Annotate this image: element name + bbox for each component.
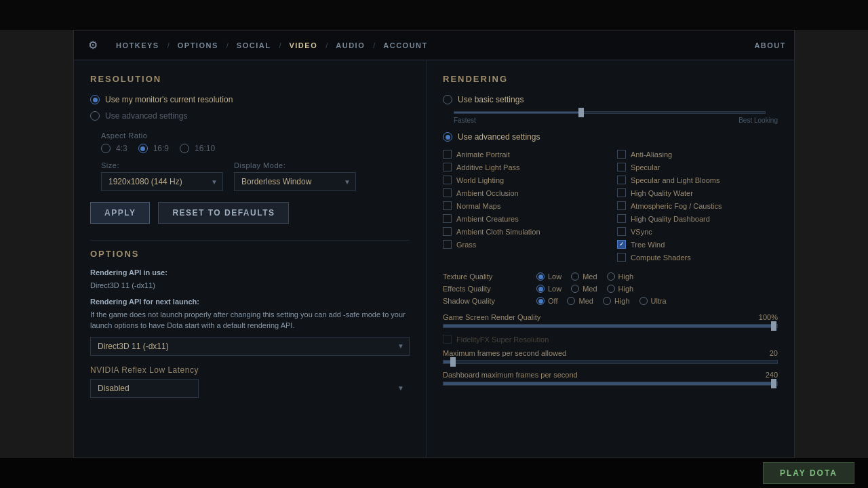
texture-med[interactable]: Med	[571, 272, 597, 281]
cb-vsync-box[interactable]	[617, 227, 626, 236]
cb-normal-maps[interactable]: Normal Maps	[443, 201, 604, 210]
cb-hq-dashboard-box[interactable]	[617, 214, 626, 223]
aspect-1610-radio[interactable]	[180, 144, 189, 153]
texture-high-radio[interactable]	[607, 272, 615, 281]
basic-slider-track[interactable]	[454, 111, 766, 114]
nav-about[interactable]: ABOUT	[754, 41, 786, 49]
dashboard-fps-slider-fill	[443, 382, 774, 385]
size-select[interactable]: 1920x1080 (144 Hz)	[101, 172, 223, 191]
slider-fastest-label: Fastest	[454, 117, 476, 124]
aspect-43[interactable]: 4:3	[101, 144, 127, 153]
game-screen-label: Game Screen Render Quality	[443, 313, 540, 321]
nvidia-select[interactable]: Disabled	[90, 379, 199, 398]
cb-additive-light[interactable]: Additive Light Pass	[443, 163, 604, 171]
effects-quality-options: Low Med High	[536, 285, 633, 293]
shadow-off-radio[interactable]	[536, 297, 545, 305]
cb-compute-shaders-box[interactable]	[617, 253, 626, 262]
dashboard-fps-slider-bar[interactable]	[443, 382, 778, 386]
cb-specular-blooms[interactable]: Specular and Light Blooms	[617, 176, 778, 184]
cb-ambient-creatures-box[interactable]	[443, 214, 452, 223]
apply-button[interactable]: APPLY	[90, 202, 150, 224]
nav-item-social[interactable]: SOCIAL	[230, 30, 278, 60]
cb-vsync-label: VSync	[631, 228, 652, 236]
cb-cloth-sim-box[interactable]	[443, 227, 452, 236]
effects-low-radio[interactable]	[536, 285, 545, 293]
texture-low[interactable]: Low	[536, 272, 561, 281]
cb-cloth-sim[interactable]: Ambient Cloth Simulation	[443, 227, 604, 236]
resolution-radio2[interactable]	[90, 111, 100, 121]
cb-additive-light-label: Additive Light Pass	[456, 163, 520, 171]
nav-item-video[interactable]: VIDEO	[282, 30, 324, 60]
cb-specular[interactable]: Specular	[617, 163, 778, 171]
cb-vsync[interactable]: VSync	[617, 227, 778, 236]
cb-specular-blooms-box[interactable]	[617, 176, 626, 184]
gear-icon[interactable]: ⚙	[82, 35, 104, 56]
rendering-basic-option[interactable]: Use basic settings	[443, 95, 778, 104]
effects-low[interactable]: Low	[536, 285, 561, 293]
cb-fidelity[interactable]: FidelityFX Super Resolution	[443, 335, 778, 344]
shadow-med[interactable]: Med	[567, 297, 593, 305]
cb-normal-maps-box[interactable]	[443, 201, 452, 210]
cb-hq-dashboard[interactable]: High Quality Dashboard	[617, 214, 778, 223]
shadow-med-radio[interactable]	[567, 297, 575, 305]
shadow-high[interactable]: High	[603, 297, 630, 305]
cb-fidelity-box[interactable]	[443, 335, 452, 344]
max-fps-slider-bar[interactable]	[443, 360, 778, 364]
cb-hq-water[interactable]: High Quality Water	[617, 188, 778, 197]
rendering-advanced-option[interactable]: Use advanced settings	[443, 132, 778, 142]
texture-med-radio[interactable]	[571, 272, 579, 281]
cb-grass[interactable]: Grass	[443, 240, 604, 249]
texture-low-radio[interactable]	[536, 272, 545, 281]
display-mode-select[interactable]: Borderless Window	[234, 172, 356, 191]
cb-anti-aliasing[interactable]: Anti-Aliasing	[617, 150, 778, 159]
shadow-ultra-radio[interactable]	[639, 297, 648, 305]
resolution-option2[interactable]: Use advanced settings	[90, 111, 410, 121]
cb-atm-fog-box[interactable]	[617, 201, 626, 210]
shadow-off[interactable]: Off	[536, 297, 557, 305]
rendering-basic-radio[interactable]	[443, 95, 452, 104]
max-fps-slider-thumb[interactable]	[450, 357, 456, 367]
resolution-radio1[interactable]	[90, 95, 100, 104]
shadow-ultra[interactable]: Ultra	[639, 297, 667, 305]
cb-ambient-creatures[interactable]: Ambient Creatures	[443, 214, 604, 223]
cb-tree-wind-box[interactable]	[617, 240, 626, 249]
cb-specular-box[interactable]	[617, 163, 626, 171]
nav-item-hotkeys[interactable]: HOTKEYS	[109, 30, 166, 60]
resolution-option1[interactable]: Use my monitor's current resolution	[90, 95, 410, 104]
nav-item-account[interactable]: ACCOUNT	[376, 30, 435, 60]
shadow-high-radio[interactable]	[603, 297, 611, 305]
texture-high[interactable]: High	[607, 272, 634, 281]
cb-anti-aliasing-box[interactable]	[617, 150, 626, 159]
cb-world-lighting-box[interactable]	[443, 176, 452, 184]
effects-med[interactable]: Med	[571, 285, 597, 293]
aspect-1610[interactable]: 16:10	[180, 144, 215, 153]
dashboard-fps-slider-thumb[interactable]	[771, 379, 776, 388]
cb-animate-portrait-box[interactable]	[443, 150, 452, 159]
effects-high-radio[interactable]	[607, 285, 615, 293]
aspect-169[interactable]: 16:9	[138, 144, 169, 153]
cb-ambient-occlusion-box[interactable]	[443, 188, 452, 197]
cb-ambient-occlusion[interactable]: Ambient Occlusion	[443, 188, 604, 197]
nav-item-audio[interactable]: AUDIO	[329, 30, 372, 60]
aspect-169-radio[interactable]	[138, 144, 148, 153]
api-select[interactable]: Direct3D 11 (-dx11)	[90, 337, 410, 356]
effects-med-radio[interactable]	[571, 285, 579, 293]
effects-high[interactable]: High	[607, 285, 634, 293]
cb-world-lighting[interactable]: World Lighting	[443, 176, 604, 184]
cb-additive-light-box[interactable]	[443, 163, 452, 171]
cb-tree-wind[interactable]: Tree Wind	[617, 240, 778, 249]
cb-hq-water-box[interactable]	[617, 188, 626, 197]
nav-item-options[interactable]: OPTIONS	[171, 30, 225, 60]
cb-grass-box[interactable]	[443, 240, 452, 249]
game-screen-slider-bar[interactable]	[443, 324, 778, 328]
play-button[interactable]: PLAY DOTA	[763, 462, 854, 484]
cb-ambient-creatures-label: Ambient Creatures	[456, 215, 519, 223]
cb-atm-fog[interactable]: Atmospheric Fog / Caustics	[617, 201, 778, 210]
cb-animate-portrait[interactable]: Animate Portrait	[443, 150, 604, 159]
aspect-43-radio[interactable]	[101, 144, 111, 153]
game-screen-slider-thumb[interactable]	[771, 321, 776, 331]
rendering-advanced-radio[interactable]	[443, 132, 452, 142]
basic-slider-thumb[interactable]	[578, 108, 584, 117]
cb-compute-shaders[interactable]: Compute Shaders	[617, 253, 778, 262]
reset-button[interactable]: RESET TO DEFAULTS	[158, 202, 289, 224]
